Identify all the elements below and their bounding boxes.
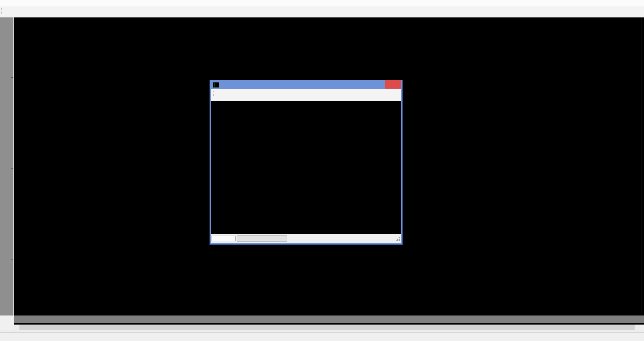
- app-window: [0, 0, 644, 341]
- resize-grip[interactable]: [396, 237, 400, 241]
- time-axis-bar: [14, 315, 644, 323]
- minimize-button[interactable]: [367, 80, 375, 89]
- impulse-window-icon: [213, 82, 219, 88]
- plot-right-border: [642, 17, 642, 315]
- waterfall-window[interactable]: [210, 80, 402, 244]
- toolbar-grip[interactable]: [1, 8, 2, 15]
- maximize-button[interactable]: [376, 80, 385, 89]
- waterfall-plot[interactable]: [211, 101, 401, 234]
- amplitude-tick: [11, 77, 13, 78]
- main-toolbar: [0, 6, 644, 17]
- scroll-right-button[interactable]: [635, 325, 640, 330]
- waterfall-toolbar: [211, 89, 401, 101]
- waterfall-status-panel: [211, 236, 236, 241]
- amplitude-tick: [11, 168, 13, 168]
- horizontal-scrollbar[interactable]: [14, 325, 644, 330]
- amplitude-tick: [11, 259, 13, 259]
- waterfall-canvas[interactable]: [211, 101, 401, 234]
- close-window-button[interactable]: [385, 80, 401, 89]
- waterfall-statusbar: [211, 234, 401, 243]
- amplitude-axis-margin: [0, 17, 14, 320]
- menu-bar: [0, 0, 644, 6]
- waterfall-scroll-thumb[interactable]: [237, 235, 287, 242]
- toolbar-grip[interactable]: [213, 91, 214, 98]
- status-bar: [0, 332, 644, 341]
- scroll-left-button[interactable]: [14, 325, 19, 330]
- overlay-bars-icon: [636, 21, 642, 26]
- scrollbar-track[interactable]: [19, 325, 640, 330]
